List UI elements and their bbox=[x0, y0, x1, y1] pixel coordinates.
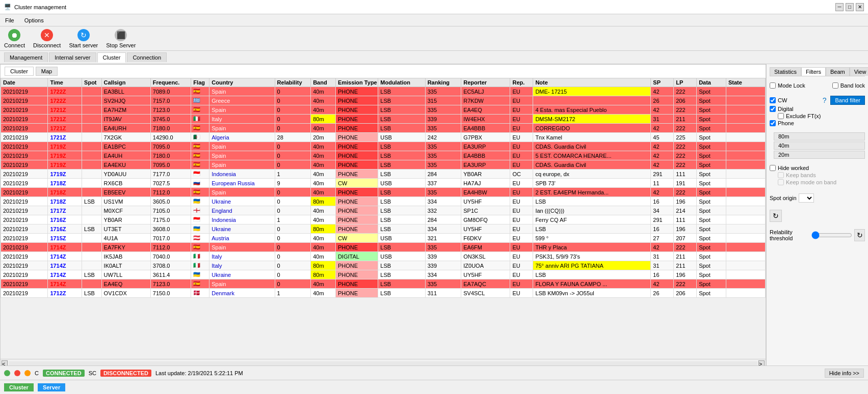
right-panel: Statistics Filters Beam View Mode Lock B… bbox=[766, 64, 868, 368]
band-lock-label: Band lock bbox=[840, 82, 865, 89]
reload-button[interactable]: ↻ bbox=[770, 210, 782, 222]
bottom-bar: Cluster Server bbox=[0, 380, 868, 394]
table-row[interactable]: 202102191718ZRX6CB7027.5🇷🇺European Russi… bbox=[1, 179, 766, 188]
start-server-icon: ↻ bbox=[77, 29, 90, 41]
band-20m[interactable]: 20m bbox=[774, 151, 865, 159]
mode-lock-checkbox[interactable] bbox=[770, 82, 776, 89]
table-row[interactable]: 202102191714ZIK5JAB7040.0🇮🇹Italy040mDIGI… bbox=[1, 252, 766, 261]
table-row[interactable]: 202102191719ZYD0AUU7177.0🇮🇩Indonesia140m… bbox=[1, 170, 766, 179]
sub-tabs: Cluster Map bbox=[1, 65, 766, 78]
menu-options[interactable]: Options bbox=[21, 16, 47, 24]
band-filter-button[interactable]: Band filter bbox=[830, 96, 865, 105]
table-scroll[interactable]: Date Time Spot Callsign Frequenc. Flag C… bbox=[1, 78, 766, 359]
spot-origin-select[interactable] bbox=[799, 193, 814, 203]
panel-tab-view[interactable]: View bbox=[850, 67, 868, 76]
last-update: Last update: 2/19/2021 5:22:11 PM bbox=[155, 370, 243, 376]
menu-file[interactable]: File bbox=[2, 16, 17, 24]
table-row[interactable]: 202102191719ZEA1BPC7095.0🇪🇸Spain040mPHON… bbox=[1, 142, 766, 151]
connect-button[interactable]: ⏺ Connect bbox=[4, 29, 25, 48]
menu-bar: File Options bbox=[0, 14, 868, 26]
hide-worked-section: Hide worked Keep bands Keep mode on band bbox=[770, 164, 865, 186]
hide-worked-checkbox[interactable] bbox=[770, 165, 776, 171]
reliability-section: Relability threshold ↻ bbox=[770, 227, 865, 243]
disconnect-button[interactable]: ✕ Disconnect bbox=[33, 29, 61, 48]
band-40m[interactable]: 40m bbox=[774, 142, 865, 150]
dot-red bbox=[14, 370, 20, 376]
table-row[interactable]: 202102191722ZEA3BLL7089.0🇪🇸Spain040mPHON… bbox=[1, 87, 766, 96]
maximize-button[interactable]: □ bbox=[846, 3, 854, 11]
col-flag: Flag bbox=[191, 78, 209, 87]
app-icon: 🖥️ bbox=[4, 4, 11, 10]
table-row[interactable]: 202102191716ZLSBUT3ET3608.0🇺🇦Ukraine080m… bbox=[1, 224, 766, 234]
table-row[interactable]: 202102191714ZIK0ALT3708.0🇮🇹Italy080mPHON… bbox=[1, 261, 766, 270]
keep-bands-checkbox[interactable] bbox=[778, 172, 784, 178]
status-bar: C CONNECTED SC DISCONNECTED Last update:… bbox=[0, 365, 868, 380]
table-row[interactable]: 202102191721ZEA7HZM7123.0🇪🇸Spain040mPHON… bbox=[1, 105, 766, 115]
minimize-button[interactable]: ─ bbox=[835, 3, 844, 11]
band-buttons: 80m 40m 20m bbox=[774, 132, 865, 159]
table-row[interactable]: 202102191718ZLSBUS1VM3605.0🇺🇦Ukraine080m… bbox=[1, 197, 766, 206]
connect-label: Connect bbox=[4, 42, 25, 48]
table-row[interactable]: 202102191714ZEA4EQ7123.0🇪🇸Spain040mPHONE… bbox=[1, 279, 766, 289]
cluster-badge: Cluster bbox=[4, 383, 34, 391]
panel-tab-beam[interactable]: Beam bbox=[826, 67, 850, 76]
keep-bands-label: Keep bands bbox=[786, 172, 816, 178]
connected-badge: CONNECTED bbox=[43, 370, 85, 377]
table-row[interactable]: 202102191712ZLSBOV1CDX7150.0🇩🇰Denmark140… bbox=[1, 289, 766, 298]
band-80m[interactable]: 80m bbox=[774, 132, 865, 140]
table-row[interactable]: 202102191714ZEA7FKY7112.0🇪🇸Spain040mPHON… bbox=[1, 243, 766, 252]
reliability-label: Relability threshold bbox=[770, 229, 809, 241]
sub-tab-map[interactable]: Map bbox=[36, 67, 58, 76]
hide-worked-label: Hide worked bbox=[778, 165, 809, 171]
phone-checkbox[interactable] bbox=[770, 120, 776, 126]
disconnected-badge: DISCONNECTED bbox=[100, 370, 151, 377]
table-row[interactable]: 202102191717ZM0XCF7105.0🏴󠁧󠁢󠁥󠁮󠁧󠁿England04… bbox=[1, 206, 766, 215]
hide-info-button[interactable]: Hide info >> bbox=[825, 369, 864, 378]
sub-tab-cluster[interactable]: Cluster bbox=[5, 67, 34, 76]
bands-section: 80m 40m 20m bbox=[770, 132, 865, 159]
table-row[interactable]: 202102191716ZYB0AR7175.0🇮🇩Indonesia140mP… bbox=[1, 215, 766, 224]
cw-label: CW bbox=[778, 97, 787, 103]
table-row[interactable]: 202102191721ZIT9JAV3745.0🇮🇹Italy080mPHON… bbox=[1, 115, 766, 124]
col-data: Data bbox=[697, 78, 726, 87]
table-row[interactable]: 202102191715Z4U1A7017.0🇦🇹Austria040mCWUS… bbox=[1, 234, 766, 243]
table-row[interactable]: 202102191719ZEA4EKU7095.0🇪🇸Spain040mPHON… bbox=[1, 160, 766, 170]
stop-server-button[interactable]: ⬛ Stop Server bbox=[106, 29, 136, 48]
start-server-button[interactable]: ↻ Start server bbox=[69, 29, 98, 48]
cw-checkbox[interactable] bbox=[770, 97, 776, 103]
exclude-ftx-checkbox[interactable] bbox=[778, 113, 784, 119]
table-row[interactable]: 202102191721ZEA4URH7180.0🇪🇸Spain040mPHON… bbox=[1, 124, 766, 133]
panel-tab-statistics[interactable]: Statistics bbox=[770, 67, 801, 76]
data-table: Date Time Spot Callsign Frequenc. Flag C… bbox=[1, 78, 766, 298]
reliability-reload-button[interactable]: ↻ bbox=[854, 229, 865, 241]
nav-tabs: Management Internal server Cluster Conne… bbox=[0, 51, 868, 64]
table-row[interactable]: 202102191722ZSV2HJQ7157.0🇬🇷Greece040mPHO… bbox=[1, 96, 766, 105]
digital-checkbox[interactable] bbox=[770, 106, 776, 112]
tab-connection[interactable]: Connection bbox=[127, 52, 167, 62]
table-row[interactable]: 202102191714ZLSBUW7LL3611.4🇺🇦Ukraine080m… bbox=[1, 270, 766, 279]
col-mod: Modulation bbox=[378, 78, 425, 87]
table-body: 202102191722ZEA3BLL7089.0🇪🇸Spain040mPHON… bbox=[1, 87, 766, 298]
dot-green bbox=[4, 370, 10, 376]
tab-management[interactable]: Management bbox=[4, 52, 48, 62]
table-row[interactable]: 202102191721Z7X2GK14290.0🇩🇿Algeria2820mP… bbox=[1, 133, 766, 142]
help-icon[interactable]: ? bbox=[823, 96, 827, 104]
band-lock-checkbox[interactable] bbox=[832, 82, 838, 89]
col-sp: SP bbox=[651, 78, 674, 87]
keep-mode-checkbox[interactable] bbox=[778, 179, 784, 185]
table-row[interactable]: 202102191719ZEA4UH7180.0🇪🇸Spain040mPHONE… bbox=[1, 151, 766, 160]
start-server-label: Start server bbox=[69, 42, 98, 48]
window-title: Cluster management bbox=[14, 4, 66, 10]
close-button[interactable]: ✕ bbox=[856, 3, 864, 11]
col-spot: Spot bbox=[82, 78, 101, 87]
c-label: C bbox=[35, 370, 39, 376]
col-note: Note bbox=[533, 78, 651, 87]
col-freq: Frequenc. bbox=[150, 78, 191, 87]
toolbar: ⏺ Connect ✕ Disconnect ↻ Start server ⬛ … bbox=[0, 26, 868, 51]
tab-cluster[interactable]: Cluster bbox=[97, 52, 126, 63]
tab-internal-server[interactable]: Internal server bbox=[49, 52, 96, 62]
col-country: Country bbox=[209, 78, 275, 87]
panel-tab-filters[interactable]: Filters bbox=[801, 67, 826, 76]
table-row[interactable]: 202102191718ZEB5EEV7112.0🇪🇸Spain040mPHON… bbox=[1, 188, 766, 197]
reliability-slider[interactable] bbox=[811, 231, 852, 239]
